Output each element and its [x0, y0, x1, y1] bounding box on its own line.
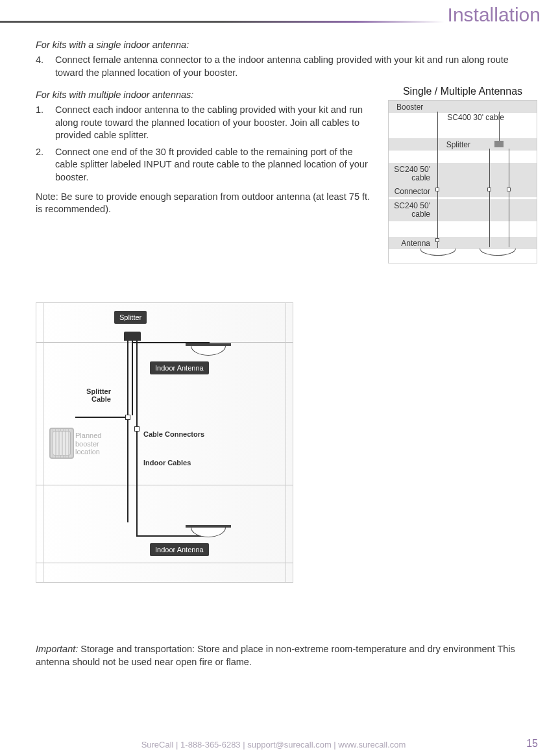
header-rule: [0, 21, 444, 23]
step-text: Connect one end of the 30 ft provided ca…: [55, 146, 375, 184]
step-number: 2.: [36, 146, 55, 184]
connector-icon: [435, 188, 439, 191]
separation-note: Note: Be sure to provide enough separati…: [36, 191, 375, 216]
mini-diagram: Booster Splitter SC240 50' cable Connect…: [388, 100, 537, 263]
connector-icon: [487, 188, 491, 191]
indoor-antenna-tag: Indoor Antenna: [150, 361, 209, 374]
step-text: Connect female antenna connector to a th…: [55, 54, 537, 79]
splitter-icon: [124, 332, 141, 341]
single-cable-line: [437, 112, 438, 248]
planned-booster-label: Planned booster location: [75, 432, 108, 456]
mini-diagram-title: Single / Multiple Antennas: [388, 86, 537, 97]
step-1: 1. Connect each indoor antenna to the ca…: [36, 104, 375, 142]
indoor-cables-label: Indoor Cables: [143, 459, 191, 467]
splitter-icon: [494, 141, 504, 147]
row-sc400: SC400 30' cable: [447, 114, 504, 122]
dome-antenna-icon: [420, 249, 456, 256]
footer-line: SureCall | 1-888-365-6283 | support@sure…: [0, 740, 547, 750]
step-2: 2. Connect one end of the 30 ft provided…: [36, 146, 375, 184]
splitter-cable-label: Splitter Cable: [72, 387, 111, 403]
step-4: 4. Connect female antenna connector to a…: [36, 54, 537, 79]
installation-diagram: Splitter Indoor Antenna Indoor Antenna S…: [36, 302, 293, 583]
cable-connector-icon: [125, 415, 130, 420]
important-note: Important: Storage and transportation: S…: [36, 642, 534, 669]
important-text: Storage and transportation: Store and pl…: [36, 644, 515, 667]
connector-icon: [507, 188, 511, 191]
row-sc240a: SC240 50' cable: [391, 165, 430, 182]
lead-single-antenna: For kits with a single indoor antenna:: [36, 40, 537, 50]
antenna-connector-icon: [435, 238, 439, 242]
step-number: 4.: [36, 54, 55, 79]
page-number: 15: [526, 738, 538, 750]
multi-top-cable: [499, 112, 500, 143]
lead-multi-antenna: For kits with multiple indoor antennas:: [36, 90, 375, 100]
step-number: 1.: [36, 104, 55, 142]
indoor-antenna-icon: [186, 343, 231, 356]
dome-antenna-icon: [480, 249, 516, 256]
cable-connectors-label: Cable Connectors: [143, 430, 204, 438]
cable-connector-icon: [134, 426, 140, 432]
multi-right-cable: [509, 149, 509, 247]
row-antenna: Antenna: [391, 239, 430, 248]
indoor-antenna-icon: [186, 525, 231, 538]
splitter-tag: Splitter: [114, 311, 147, 324]
step-text: Connect each indoor antenna to the cabli…: [55, 104, 375, 142]
row-splitter: Splitter: [391, 140, 470, 149]
multi-left-cable: [489, 149, 490, 247]
booster-icon: [49, 428, 74, 459]
row-connector: Connector: [391, 187, 430, 196]
section-title: Installation: [448, 4, 541, 26]
row-booster: Booster: [396, 103, 423, 112]
indoor-antenna-tag: Indoor Antenna: [150, 543, 209, 556]
important-lead: Important:: [36, 644, 78, 654]
row-sc240b: SC240 50' cable: [391, 202, 430, 219]
